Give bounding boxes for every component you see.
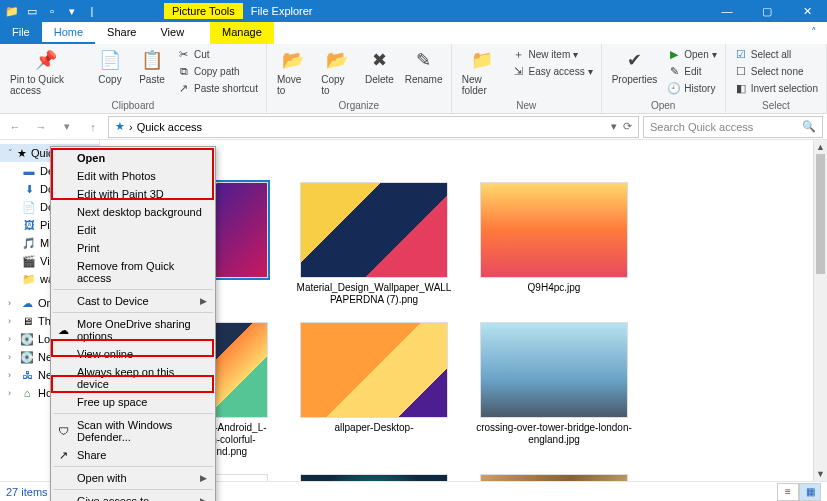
search-input[interactable]: Search Quick access 🔍 [643,116,823,138]
star-icon: ★ [17,146,27,160]
ctx-view-online[interactable]: View online [51,345,215,363]
shortcut-icon: ↗ [177,81,191,95]
file-item[interactable]: images9A74JQ0T.jpg [288,470,460,481]
paste-shortcut-button[interactable]: ↗Paste shortcut [175,80,260,96]
ctx-edit-paint3d[interactable]: Edit with Paint 3D [51,185,215,203]
ctx-open-with[interactable]: Open with▶ [51,469,215,487]
cut-button[interactable]: ✂Cut [175,46,260,62]
invert-selection-button[interactable]: ◧Invert selection [732,80,820,96]
path-dropdown-icon[interactable]: ▾ [611,120,617,133]
new-folder-button[interactable]: 📁New folder [458,46,506,98]
group-label-select: Select [732,100,820,113]
view-thumbnails-button[interactable]: ▦ [799,483,821,501]
search-icon: 🔍 [802,120,816,133]
tab-home[interactable]: Home [42,22,95,44]
scroll-thumb[interactable] [816,154,825,274]
nav-forward-button[interactable]: → [30,116,52,138]
copy-path-button[interactable]: ⧉Copy path [175,63,260,79]
delete-icon: ✖ [367,48,391,72]
share-icon: ↗ [56,448,70,462]
minimize-button[interactable]: — [707,0,747,22]
qat-properties-icon[interactable]: ▭ [24,3,40,19]
ctx-give-access[interactable]: Give access to▶ [51,492,215,501]
history-button[interactable]: 🕘History [665,80,718,96]
ctx-defender[interactable]: 🛡Scan with Windows Defender... [51,416,215,446]
properties-button[interactable]: ✔Properties [608,46,662,96]
qat-dropdown-icon[interactable]: ▾ [64,3,80,19]
pin-quick-access-button[interactable]: 📌Pin to Quick access [6,46,87,98]
ctx-edit[interactable]: Edit [51,221,215,239]
edit-button[interactable]: ✎Edit [665,63,718,79]
app-title: File Explorer [251,5,313,17]
group-label-clipboard: Clipboard [6,100,260,113]
ctx-print[interactable]: Print [51,239,215,257]
select-none-icon: ☐ [734,64,748,78]
maximize-button[interactable]: ▢ [747,0,787,22]
qat-new-folder-icon[interactable]: ▫ [44,3,60,19]
new-item-button[interactable]: ＋New item ▾ [510,46,595,62]
tab-manage[interactable]: Manage [210,22,274,44]
ctx-edit-photos[interactable]: Edit with Photos [51,167,215,185]
open-button[interactable]: ▶Open ▾ [665,46,718,62]
chevron-right-icon: ▶ [200,296,207,306]
vertical-scrollbar[interactable]: ▲ ▼ [813,140,827,481]
group-label-new: New [458,100,595,113]
ctx-next-bg[interactable]: Next desktop background [51,203,215,221]
file-item[interactable]: Material_Design_Wallpaper_WALLPAPERDNA (… [288,178,460,318]
open-icon: ▶ [667,47,681,61]
ctx-share[interactable]: ↗Share [51,446,215,464]
select-all-button[interactable]: ☑Select all [732,46,820,62]
ribbon: 📌Pin to Quick access 📄Copy 📋Paste ✂Cut ⧉… [0,44,827,114]
status-item-count: 27 items [6,486,48,498]
breadcrumb-location: Quick access [137,121,202,133]
ctx-open[interactable]: Open [51,149,215,167]
refresh-icon[interactable]: ⟳ [623,120,632,133]
nav-back-button[interactable]: ← [4,116,26,138]
edit-icon: ✎ [667,64,681,78]
new-item-icon: ＋ [512,47,526,61]
ctx-cast[interactable]: Cast to Device▶ [51,292,215,310]
group-label-open: Open [608,100,719,113]
ctx-remove-qa[interactable]: Remove from Quick access [51,257,215,287]
star-icon: ★ [115,120,125,133]
copy-to-button[interactable]: 📂Copy to [317,46,356,98]
cloud-icon: ☁ [56,323,70,337]
nav-recent-button[interactable]: ▾ [56,116,78,138]
ribbon-collapse-icon[interactable]: ˄ [801,22,827,44]
file-item[interactable]: allpaper-Desktop- [288,318,460,470]
chevron-right-icon: ▶ [200,473,207,483]
select-none-button[interactable]: ☐Select none [732,63,820,79]
paste-icon: 📋 [140,48,164,72]
history-icon: 🕘 [667,81,681,95]
scroll-up-icon[interactable]: ▲ [814,140,827,154]
copy-button[interactable]: 📄Copy [91,46,129,98]
path-icon: ⧉ [177,64,191,78]
ctx-free-space[interactable]: Free up space [51,393,215,411]
paste-button[interactable]: 📋Paste [133,46,171,98]
shield-icon: 🛡 [56,424,70,438]
rename-button[interactable]: ✎Rename [402,46,444,98]
qat-separator-icon: | [84,3,100,19]
ctx-always-keep[interactable]: Always keep on this device [51,363,215,393]
invert-icon: ◧ [734,81,748,95]
tab-view[interactable]: View [148,22,196,44]
file-item[interactable] [468,470,640,481]
ctx-more-onedrive[interactable]: ☁More OneDrive sharing options [51,315,215,345]
view-details-button[interactable]: ≡ [777,483,799,501]
delete-button[interactable]: ✖Delete [360,46,398,98]
move-to-button[interactable]: 📂Move to [273,46,313,98]
close-button[interactable]: ✕ [787,0,827,22]
easy-access-icon: ⇲ [512,64,526,78]
nav-up-button[interactable]: ↑ [82,116,104,138]
breadcrumb[interactable]: ★ › Quick access ▾ ⟳ [108,116,639,138]
move-icon: 📂 [281,48,305,72]
new-folder-icon: 📁 [470,48,494,72]
tab-file[interactable]: File [0,22,42,44]
file-item[interactable]: crossing-over-tower-bridge-london-englan… [468,318,640,470]
cut-icon: ✂ [177,47,191,61]
tab-share[interactable]: Share [95,22,148,44]
scroll-down-icon[interactable]: ▼ [814,467,827,481]
title-bar: 📁 ▭ ▫ ▾ | Picture Tools File Explorer — … [0,0,827,22]
easy-access-button[interactable]: ⇲Easy access ▾ [510,63,595,79]
file-item[interactable]: Q9H4pc.jpg [468,178,640,318]
